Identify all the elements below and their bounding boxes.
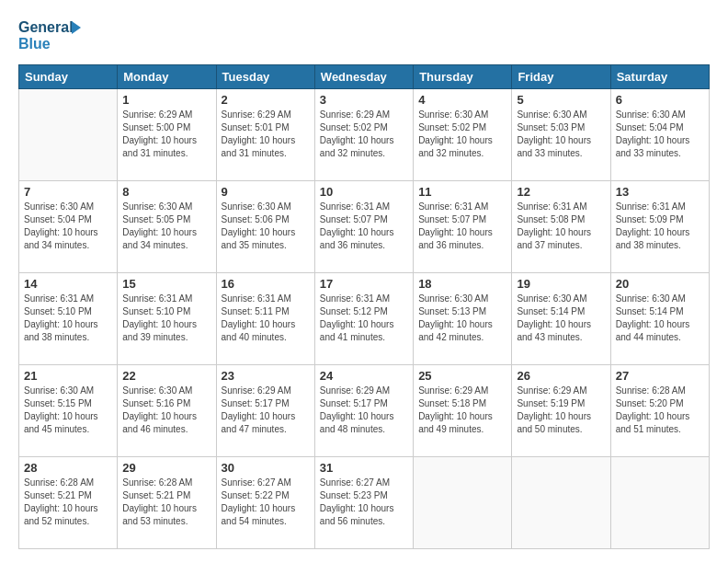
day-info: Sunrise: 6:30 AM Sunset: 5:03 PM Dayligh… [517, 109, 605, 160]
weekday-header-saturday: Saturday [610, 65, 709, 89]
day-number: 15 [122, 277, 210, 291]
calendar-cell: 29Sunrise: 6:28 AM Sunset: 5:21 PM Dayli… [118, 457, 216, 549]
day-number: 24 [320, 369, 408, 383]
day-info: Sunrise: 6:27 AM Sunset: 5:22 PM Dayligh… [222, 477, 310, 528]
day-number: 1 [122, 93, 210, 107]
day-info: Sunrise: 6:30 AM Sunset: 5:16 PM Dayligh… [122, 385, 210, 436]
calendar-cell: 14Sunrise: 6:31 AM Sunset: 5:10 PM Dayli… [19, 273, 118, 365]
week-row-5: 28Sunrise: 6:28 AM Sunset: 5:21 PM Dayli… [19, 457, 710, 549]
calendar-cell: 20Sunrise: 6:30 AM Sunset: 5:14 PM Dayli… [610, 273, 709, 365]
calendar-cell [414, 457, 512, 549]
calendar-cell: 19Sunrise: 6:30 AM Sunset: 5:14 PM Dayli… [512, 273, 610, 365]
calendar-cell [610, 457, 709, 549]
weekday-header-friday: Friday [512, 65, 610, 89]
svg-text:General: General [18, 19, 74, 35]
day-number: 4 [418, 93, 506, 107]
calendar-cell: 27Sunrise: 6:28 AM Sunset: 5:20 PM Dayli… [610, 365, 709, 457]
day-number: 9 [222, 185, 310, 199]
calendar-cell: 6Sunrise: 6:30 AM Sunset: 5:04 PM Daylig… [610, 89, 709, 181]
calendar-table: SundayMondayTuesdayWednesdayThursdayFrid… [18, 64, 710, 549]
day-info: Sunrise: 6:31 AM Sunset: 5:11 PM Dayligh… [222, 293, 310, 344]
calendar-cell: 23Sunrise: 6:29 AM Sunset: 5:17 PM Dayli… [216, 365, 314, 457]
svg-marker-2 [72, 21, 81, 34]
day-number: 28 [24, 461, 112, 475]
day-number: 10 [320, 185, 408, 199]
day-number: 27 [616, 369, 704, 383]
calendar-cell: 16Sunrise: 6:31 AM Sunset: 5:11 PM Dayli… [216, 273, 314, 365]
day-number: 6 [616, 93, 704, 107]
calendar-cell: 21Sunrise: 6:30 AM Sunset: 5:15 PM Dayli… [19, 365, 118, 457]
day-number: 19 [517, 277, 605, 291]
calendar-cell: 7Sunrise: 6:30 AM Sunset: 5:04 PM Daylig… [19, 181, 118, 273]
day-number: 14 [24, 277, 112, 291]
day-number: 22 [122, 369, 210, 383]
weekday-header-tuesday: Tuesday [216, 65, 314, 89]
day-number: 25 [418, 369, 506, 383]
calendar-cell: 30Sunrise: 6:27 AM Sunset: 5:22 PM Dayli… [216, 457, 314, 549]
calendar-cell: 10Sunrise: 6:31 AM Sunset: 5:07 PM Dayli… [314, 181, 413, 273]
day-number: 11 [418, 185, 506, 199]
day-number: 2 [222, 93, 310, 107]
weekday-header-wednesday: Wednesday [314, 65, 413, 89]
calendar-cell: 13Sunrise: 6:31 AM Sunset: 5:09 PM Dayli… [610, 181, 709, 273]
calendar-cell: 8Sunrise: 6:30 AM Sunset: 5:05 PM Daylig… [118, 181, 216, 273]
calendar-cell: 17Sunrise: 6:31 AM Sunset: 5:12 PM Dayli… [314, 273, 413, 365]
calendar-cell: 5Sunrise: 6:30 AM Sunset: 5:03 PM Daylig… [512, 89, 610, 181]
day-info: Sunrise: 6:28 AM Sunset: 5:21 PM Dayligh… [24, 477, 112, 528]
day-info: Sunrise: 6:30 AM Sunset: 5:14 PM Dayligh… [517, 293, 605, 344]
calendar-cell: 28Sunrise: 6:28 AM Sunset: 5:21 PM Dayli… [19, 457, 118, 549]
calendar-cell: 15Sunrise: 6:31 AM Sunset: 5:10 PM Dayli… [118, 273, 216, 365]
week-row-2: 7Sunrise: 6:30 AM Sunset: 5:04 PM Daylig… [19, 181, 710, 273]
day-number: 17 [320, 277, 408, 291]
day-info: Sunrise: 6:29 AM Sunset: 5:17 PM Dayligh… [222, 385, 310, 436]
calendar-cell: 1Sunrise: 6:29 AM Sunset: 5:00 PM Daylig… [118, 89, 216, 181]
day-number: 21 [24, 369, 112, 383]
day-info: Sunrise: 6:29 AM Sunset: 5:02 PM Dayligh… [320, 109, 408, 160]
day-info: Sunrise: 6:30 AM Sunset: 5:13 PM Dayligh… [418, 293, 506, 344]
week-row-4: 21Sunrise: 6:30 AM Sunset: 5:15 PM Dayli… [19, 365, 710, 457]
svg-text:Blue: Blue [18, 36, 51, 52]
calendar-cell: 25Sunrise: 6:29 AM Sunset: 5:18 PM Dayli… [414, 365, 512, 457]
day-info: Sunrise: 6:30 AM Sunset: 5:02 PM Dayligh… [418, 109, 506, 160]
day-info: Sunrise: 6:29 AM Sunset: 5:00 PM Dayligh… [122, 109, 210, 160]
weekday-header-row: SundayMondayTuesdayWednesdayThursdayFrid… [19, 65, 710, 89]
day-info: Sunrise: 6:30 AM Sunset: 5:04 PM Dayligh… [616, 109, 704, 160]
day-number: 12 [517, 185, 605, 199]
day-info: Sunrise: 6:29 AM Sunset: 5:01 PM Dayligh… [222, 109, 310, 160]
weekday-header-monday: Monday [118, 65, 216, 89]
day-info: Sunrise: 6:31 AM Sunset: 5:07 PM Dayligh… [320, 201, 408, 252]
day-number: 5 [517, 93, 605, 107]
calendar-cell: 26Sunrise: 6:29 AM Sunset: 5:19 PM Dayli… [512, 365, 610, 457]
day-info: Sunrise: 6:28 AM Sunset: 5:21 PM Dayligh… [122, 477, 210, 528]
day-info: Sunrise: 6:29 AM Sunset: 5:18 PM Dayligh… [418, 385, 506, 436]
calendar-cell [19, 89, 118, 181]
calendar-cell: 3Sunrise: 6:29 AM Sunset: 5:02 PM Daylig… [314, 89, 413, 181]
calendar-cell: 9Sunrise: 6:30 AM Sunset: 5:06 PM Daylig… [216, 181, 314, 273]
day-info: Sunrise: 6:31 AM Sunset: 5:10 PM Dayligh… [122, 293, 210, 344]
calendar-cell: 22Sunrise: 6:30 AM Sunset: 5:16 PM Dayli… [118, 365, 216, 457]
day-number: 8 [122, 185, 210, 199]
day-number: 20 [616, 277, 704, 291]
day-info: Sunrise: 6:29 AM Sunset: 5:19 PM Dayligh… [517, 385, 605, 436]
calendar-cell: 2Sunrise: 6:29 AM Sunset: 5:01 PM Daylig… [216, 89, 314, 181]
day-info: Sunrise: 6:31 AM Sunset: 5:12 PM Dayligh… [320, 293, 408, 344]
calendar-cell: 11Sunrise: 6:31 AM Sunset: 5:07 PM Dayli… [414, 181, 512, 273]
day-number: 3 [320, 93, 408, 107]
day-info: Sunrise: 6:28 AM Sunset: 5:20 PM Dayligh… [616, 385, 704, 436]
day-number: 29 [122, 461, 210, 475]
day-info: Sunrise: 6:31 AM Sunset: 5:10 PM Dayligh… [24, 293, 112, 344]
calendar-cell: 4Sunrise: 6:30 AM Sunset: 5:02 PM Daylig… [414, 89, 512, 181]
day-info: Sunrise: 6:31 AM Sunset: 5:07 PM Dayligh… [418, 201, 506, 252]
day-info: Sunrise: 6:29 AM Sunset: 5:17 PM Dayligh… [320, 385, 408, 436]
logo: GeneralBlue [18, 14, 87, 55]
calendar-cell: 31Sunrise: 6:27 AM Sunset: 5:23 PM Dayli… [314, 457, 413, 549]
weekday-header-thursday: Thursday [414, 65, 512, 89]
header: GeneralBlue [18, 14, 710, 55]
logo-svg: GeneralBlue [18, 14, 87, 55]
day-number: 26 [517, 369, 605, 383]
week-row-1: 1Sunrise: 6:29 AM Sunset: 5:00 PM Daylig… [19, 89, 710, 181]
weekday-header-sunday: Sunday [19, 65, 118, 89]
day-number: 18 [418, 277, 506, 291]
day-number: 31 [320, 461, 408, 475]
day-info: Sunrise: 6:30 AM Sunset: 5:04 PM Dayligh… [24, 201, 112, 252]
